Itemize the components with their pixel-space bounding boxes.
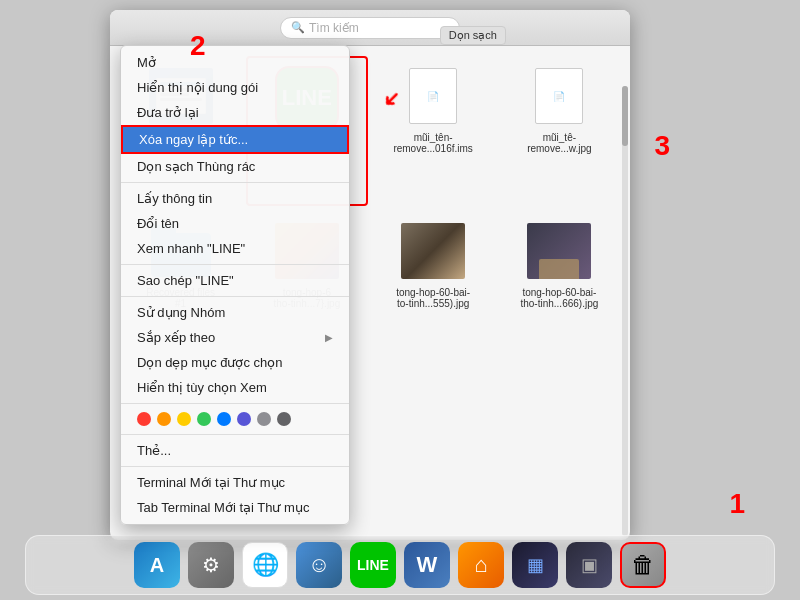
search-placeholder: Tìm kiếm	[309, 21, 359, 35]
menu-item-hien-thi[interactable]: Hiển thị nội dung gói	[121, 75, 349, 100]
search-bar[interactable]: 🔍 Tìm kiếm	[280, 17, 460, 39]
home-icon: ⌂	[474, 552, 487, 578]
scrollbar[interactable]	[622, 86, 628, 536]
dock-finder[interactable]: ☺	[296, 542, 342, 588]
dock-screen1[interactable]: ▦	[512, 542, 558, 588]
file-label-people: tong-hop-60-bai-to-tinh...555).jpg	[396, 287, 470, 309]
menu-label-xoa-ngay: Xóa ngay lập tức...	[139, 132, 248, 147]
color-dot-red[interactable]	[137, 412, 151, 426]
color-dot-yellow[interactable]	[177, 412, 191, 426]
color-dot-gray[interactable]	[257, 412, 271, 426]
menu-item-xem-nhanh[interactable]: Xem nhanh "LINE"	[121, 236, 349, 261]
menu-item-sap-xep[interactable]: Sắp xếp theo ▶	[121, 325, 349, 350]
menu-item-the[interactable]: Thẻ...	[121, 438, 349, 463]
menu-item-su-dung-nhom[interactable]: Sử dụng Nhóm	[121, 300, 349, 325]
menu-item-mo[interactable]: Mở	[121, 50, 349, 75]
menu-item-tab-terminal[interactable]: Tab Terminal Mới tại Thư mục	[121, 495, 349, 520]
menu-item-terminal-moi[interactable]: Terminal Mới tại Thư mục	[121, 470, 349, 495]
finder-icon: ☺	[308, 552, 330, 578]
file-item-people[interactable]: tong-hop-60-bai-to-tinh...555).jpg	[373, 211, 494, 361]
word-icon: W	[417, 552, 438, 578]
appstore-icon: A	[150, 554, 164, 577]
menu-separator-4	[121, 403, 349, 404]
screen1-icon: ▦	[527, 554, 544, 576]
menu-item-don-sach[interactable]: Dọn sạch Thùng rác	[121, 154, 349, 179]
file-label-doc1: mũi_tên-remove...016f.ims	[393, 132, 472, 154]
menu-label-sap-xep: Sắp xếp theo	[137, 330, 215, 345]
menu-label-dua-tro-lai: Đưa trở lại	[137, 105, 199, 120]
menu-item-dua-tro-lai[interactable]: Đưa trở lại	[121, 100, 349, 125]
file-icon-dark	[527, 219, 591, 283]
label-number-2: 2	[190, 30, 206, 62]
trash-icon: 🗑	[631, 551, 655, 579]
color-dot-orange[interactable]	[157, 412, 171, 426]
dock-settings[interactable]: ⚙	[188, 542, 234, 588]
screen2-icon: ▣	[581, 554, 598, 576]
color-dot-green[interactable]	[197, 412, 211, 426]
file-icon-doc1: 📄	[401, 64, 465, 128]
label-number-1: 1	[729, 488, 745, 520]
menu-label-tab-terminal: Tab Terminal Mới tại Thư mục	[137, 500, 309, 515]
line-dock-icon: LINE	[357, 557, 389, 573]
dock: A ⚙ 🌐 ☺ LINE W ⌂ ▦ ▣ 🗑	[25, 535, 775, 595]
dock-screen2[interactable]: ▣	[566, 542, 612, 588]
search-icon: 🔍	[291, 21, 305, 34]
file-label-dark: tong-hop-60-bai-tho-tinh...666).jpg	[520, 287, 598, 309]
file-label-doc2: mũi_tê-remove...w.jpg	[527, 132, 591, 154]
menu-label-su-dung-nhom: Sử dụng Nhóm	[137, 305, 225, 320]
file-item-doc1[interactable]: 📄 mũi_tên-remove...016f.ims ➜	[373, 56, 494, 206]
menu-separator-3	[121, 296, 349, 297]
submenu-arrow: ▶	[325, 332, 333, 343]
menu-item-doi-ten[interactable]: Đổi tên	[121, 211, 349, 236]
menu-label-the: Thẻ...	[137, 443, 171, 458]
file-item-doc2[interactable]: 📄 mũi_tê-remove...w.jpg	[499, 56, 620, 206]
file-icon-doc2: 📄	[527, 64, 591, 128]
dock-word[interactable]: W	[404, 542, 450, 588]
menu-label-mo: Mở	[137, 55, 156, 70]
menu-item-don-dep[interactable]: Dọn dẹp mục được chọn	[121, 350, 349, 375]
menu-label-sao-chep: Sao chép "LINE"	[137, 273, 234, 288]
chrome-icon: 🌐	[252, 552, 279, 578]
menu-label-hien-thi: Hiển thị nội dung gói	[137, 80, 258, 95]
menu-item-xoa-ngay[interactable]: Xóa ngay lập tức...	[121, 125, 349, 154]
finder-toolbar: 🔍 Tìm kiếm Dọn sạch	[110, 10, 630, 46]
menu-label-don-dep: Dọn dẹp mục được chọn	[137, 355, 283, 370]
color-dot-purple[interactable]	[237, 412, 251, 426]
menu-label-lay-thong-tin: Lấy thông tin	[137, 191, 212, 206]
scrollbar-thumb	[622, 86, 628, 146]
dock-appstore[interactable]: A	[134, 542, 180, 588]
menu-label-don-sach: Dọn sạch Thùng rác	[137, 159, 255, 174]
color-dot-darkgray[interactable]	[277, 412, 291, 426]
menu-item-hien-thi-tuy-chon[interactable]: Hiển thị tùy chọn Xem	[121, 375, 349, 400]
dock-trash[interactable]: 🗑	[620, 542, 666, 588]
clean-button[interactable]: Dọn sạch	[440, 26, 506, 45]
menu-separator-6	[121, 466, 349, 467]
menu-separator-5	[121, 434, 349, 435]
menu-label-xem-nhanh: Xem nhanh "LINE"	[137, 241, 245, 256]
color-dot-blue[interactable]	[217, 412, 231, 426]
menu-item-sao-chep[interactable]: Sao chép "LINE"	[121, 268, 349, 293]
menu-separator-1	[121, 182, 349, 183]
file-icon-people	[401, 219, 465, 283]
file-item-dark[interactable]: tong-hop-60-bai-tho-tinh...666).jpg	[499, 211, 620, 361]
menu-separator-2	[121, 264, 349, 265]
menu-label-terminal-moi: Terminal Mới tại Thư mục	[137, 475, 285, 490]
dock-chrome[interactable]: 🌐	[242, 542, 288, 588]
dock-line[interactable]: LINE	[350, 542, 396, 588]
settings-icon: ⚙	[202, 553, 220, 577]
label-number-3: 3	[654, 130, 670, 162]
color-dots-row	[121, 407, 349, 431]
menu-label-doi-ten: Đổi tên	[137, 216, 179, 231]
menu-label-hien-thi-tuy-chon: Hiển thị tùy chọn Xem	[137, 380, 267, 395]
dock-home[interactable]: ⌂	[458, 542, 504, 588]
menu-item-lay-thong-tin[interactable]: Lấy thông tin	[121, 186, 349, 211]
context-menu: Mở Hiển thị nội dung gói Đưa trở lại Xóa…	[120, 45, 350, 525]
